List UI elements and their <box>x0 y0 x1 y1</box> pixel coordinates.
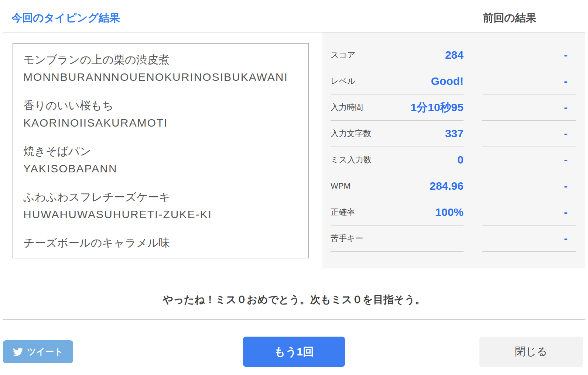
action-button-row: ツイート もう1回 閉じる <box>3 336 585 367</box>
previous-stat-value: - <box>564 154 576 166</box>
previous-stat-row: - <box>482 121 576 147</box>
previous-stat-value: - <box>564 75 576 87</box>
tweet-button[interactable]: ツイート <box>3 340 73 363</box>
passage-item: チーズボールのキャラメル味 <box>23 234 298 251</box>
passage-item: モンブランの上の栗の渋皮煮 MONNBURANNNOUENOKURINOSIBU… <box>23 51 298 86</box>
previous-stat-row: - <box>482 42 576 68</box>
passage-japanese: 香りのいい桜もち <box>23 97 298 114</box>
stat-label: 正確率 <box>331 207 355 218</box>
passage-romaji: MONNBURANNNOUENOKURINOSIBUKAWANI <box>23 68 298 86</box>
stat-label: 入力時間 <box>331 102 363 113</box>
stat-value: 1分10秒95 <box>411 100 464 115</box>
stat-label: 苦手キー <box>331 233 363 244</box>
previous-stat-value: - <box>564 206 576 219</box>
twitter-bird-icon <box>13 347 23 357</box>
stat-value: Good! <box>431 75 464 87</box>
typing-result-panel: 今回のタイピング結果 前回の結果 モンブランの上の栗の渋皮煮 MONNBURAN… <box>3 4 585 268</box>
stat-row: WPM 284.96 <box>331 173 464 199</box>
passage-japanese: ふわふわスフレチーズケーキ <box>23 188 298 206</box>
stat-row: 苦手キー <box>331 226 464 252</box>
current-stats-column: スコア 284 レベル Good! 入力時間 1分10秒95 入力文字数 337… <box>322 32 473 268</box>
stat-value: 337 <box>445 127 464 140</box>
previous-stats-column: - - - - - - - - <box>473 32 585 268</box>
passage-romaji: YAKISOBAPANN <box>23 160 298 177</box>
passage-item: ふわふわスフレチーズケーキ HUWAHUWASUHURETI-ZUKE-KI <box>23 188 298 223</box>
stat-label: レベル <box>331 76 356 87</box>
stat-row: レベル Good! <box>331 68 464 94</box>
previous-stat-row: - <box>482 173 576 199</box>
passage-romaji: HUWAHUWASUHURETI-ZUKE-KI <box>23 206 298 223</box>
previous-stat-value: - <box>564 232 576 245</box>
previous-stat-value: - <box>564 180 576 192</box>
previous-stat-row: - <box>482 199 576 226</box>
current-result-title: 今回のタイピング結果 <box>11 11 120 25</box>
encouragement-message-box: やったね！ミス０おめでとう。次もミス０を目指そう。 <box>3 280 585 320</box>
passage-romaji: KAORINOIISAKURAMOTI <box>23 114 298 131</box>
stat-row: ミス入力数 0 <box>331 147 464 173</box>
passage-area: モンブランの上の栗の渋皮煮 MONNBURANNNOUENOKURINOSIBU… <box>3 32 322 268</box>
previous-stat-row: - <box>482 226 576 252</box>
passage-item: 香りのいい桜もち KAORINOIISAKURAMOTI <box>23 97 298 131</box>
passage-item: 焼きそばパン YAKISOBAPANN <box>23 142 298 177</box>
retry-button[interactable]: もう1回 <box>243 337 345 367</box>
stat-row: スコア 284 <box>331 42 464 68</box>
encouragement-message: やったね！ミス０おめでとう。次もミス０を目指そう。 <box>163 293 425 307</box>
close-button[interactable]: 閉じる <box>479 337 583 367</box>
stat-label: WPM <box>331 181 351 191</box>
stat-value: 0 <box>457 154 464 166</box>
stat-value: 284.96 <box>430 180 464 192</box>
previous-result-title: 前回の結果 <box>483 11 537 25</box>
stat-label: 入力文字数 <box>331 128 371 139</box>
previous-stat-value: - <box>564 101 576 114</box>
previous-stat-value: - <box>564 127 576 140</box>
tweet-button-label: ツイート <box>27 346 63 358</box>
previous-stat-row: - <box>482 94 576 121</box>
stat-row: 入力文字数 337 <box>331 121 464 147</box>
previous-stat-row: - <box>482 147 576 173</box>
stat-value: 284 <box>445 49 464 61</box>
current-result-header: 今回のタイピング結果 <box>3 4 473 32</box>
stat-row: 入力時間 1分10秒95 <box>331 94 464 121</box>
previous-stat-row: - <box>482 68 576 94</box>
passage-japanese: チーズボールのキャラメル味 <box>23 234 298 251</box>
stat-value: 100% <box>435 206 464 219</box>
previous-stat-value: - <box>564 49 576 61</box>
previous-result-header: 前回の結果 <box>473 4 585 32</box>
typed-passages-box[interactable]: モンブランの上の栗の渋皮煮 MONNBURANNNOUENOKURINOSIBU… <box>13 43 309 258</box>
stat-row: 正確率 100% <box>331 199 464 226</box>
stat-label: スコア <box>331 49 356 61</box>
passage-japanese: 焼きそばパン <box>23 142 298 160</box>
stat-label: ミス入力数 <box>331 154 372 165</box>
passage-japanese: モンブランの上の栗の渋皮煮 <box>23 51 298 68</box>
